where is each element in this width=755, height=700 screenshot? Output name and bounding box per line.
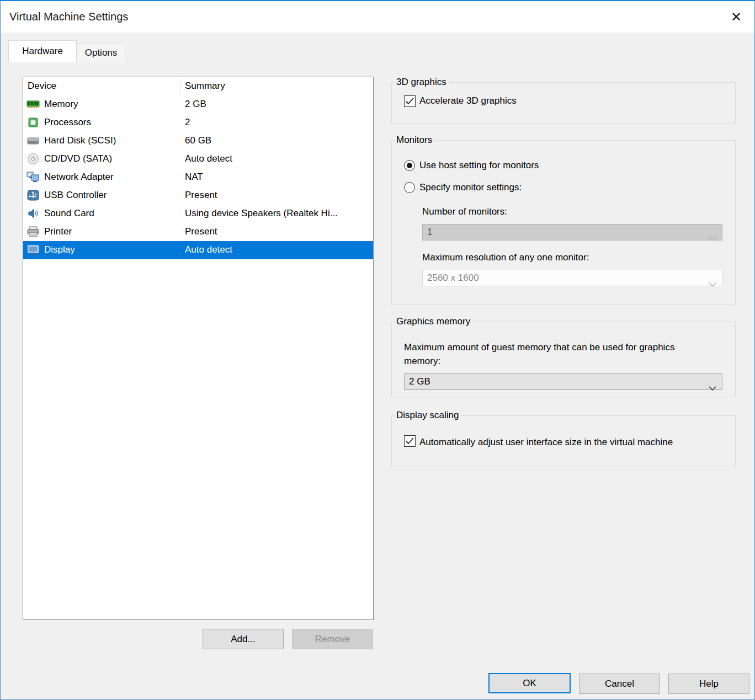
use-host-setting-radio[interactable]: Use host setting for monitors	[404, 160, 539, 171]
device-summary: Present	[185, 226, 217, 237]
accelerate-3d-checkbox[interactable]: Accelerate 3D graphics	[404, 95, 517, 107]
device-summary: 2 GB	[185, 99, 206, 110]
number-of-monitors-dropdown: 1	[422, 224, 722, 241]
printer-icon	[26, 225, 40, 238]
column-divider	[180, 79, 181, 93]
group-3d-graphics-title: 3D graphics	[394, 77, 449, 88]
specify-monitor-radio[interactable]: Specify monitor settings:	[404, 182, 522, 193]
device-name: Hard Disk (SCSI)	[44, 135, 116, 146]
list-item-hard-disk[interactable]: Hard Disk (SCSI) 60 GB	[23, 132, 373, 150]
use-host-setting-label: Use host setting for monitors	[419, 160, 539, 171]
device-name: CD/DVD (SATA)	[44, 153, 112, 164]
auto-adjust-ui-checkbox[interactable]: Automatically adjust user interface size…	[404, 435, 713, 449]
device-summary: 60 GB	[185, 135, 211, 146]
accelerate-3d-label: Accelerate 3D graphics	[419, 95, 517, 106]
virtual-machine-settings-dialog: Virtual Machine Settings ✕ Hardware Opti…	[0, 0, 755, 700]
list-item-cd-dvd[interactable]: CD/DVD (SATA) Auto detect	[23, 150, 373, 168]
tab-hardware[interactable]: Hardware	[8, 40, 77, 62]
ok-button[interactable]: OK	[488, 673, 571, 693]
list-item-printer[interactable]: Printer Present	[23, 223, 373, 241]
device-summary: Auto detect	[185, 153, 232, 164]
group-graphics-memory: Graphics memory Maximum amount of guest …	[391, 316, 736, 397]
device-summary: Using device Speakers (Realtek Hi...	[185, 208, 338, 219]
device-summary: Present	[185, 190, 217, 201]
list-item-processors[interactable]: Processors 2	[23, 114, 373, 132]
list-item-memory[interactable]: Memory 2 GB	[23, 95, 373, 114]
group-monitors-title: Monitors	[394, 135, 434, 146]
group-display-scaling-title: Display scaling	[394, 410, 461, 421]
list-item-sound-card[interactable]: Sound Card Using device Speakers (Realte…	[23, 205, 373, 223]
group-display-scaling: Display scaling Automatically adjust use…	[391, 410, 736, 467]
dialog-title: Virtual Machine Settings	[9, 10, 128, 23]
device-summary: 2	[185, 117, 190, 128]
number-of-monitors-label: Number of monitors:	[422, 206, 507, 217]
cancel-button[interactable]: Cancel	[579, 674, 660, 694]
list-item-usb-controller[interactable]: USB Controller Present	[23, 186, 373, 205]
chevron-down-icon	[709, 380, 716, 396]
list-item-display[interactable]: Display Auto detect	[23, 241, 373, 259]
device-name: USB Controller	[44, 190, 107, 201]
column-header-summary[interactable]: Summary	[185, 81, 225, 92]
device-name: Display	[44, 244, 75, 255]
graphics-memory-dropdown[interactable]: 2 GB	[404, 373, 722, 390]
sound-card-icon	[26, 207, 40, 220]
tab-options[interactable]: Options	[77, 44, 125, 62]
list-item-network-adapter[interactable]: Network Adapter NAT	[23, 168, 373, 186]
graphics-memory-value: 2 GB	[409, 376, 430, 387]
device-summary: NAT	[185, 172, 203, 183]
specify-monitor-label: Specify monitor settings:	[419, 182, 522, 193]
device-name: Processors	[44, 117, 91, 128]
memory-icon	[26, 98, 40, 111]
remove-button[interactable]: Remove	[292, 629, 373, 649]
number-of-monitors-value: 1	[427, 227, 432, 237]
display-icon	[26, 243, 40, 257]
chevron-down-icon	[709, 276, 716, 292]
title-bar: Virtual Machine Settings ✕	[1, 1, 754, 33]
chevron-down-icon	[709, 231, 716, 246]
graphics-memory-description: Maximum amount of guest memory that can …	[404, 340, 705, 368]
group-monitors: Monitors Use host setting for monitors S…	[391, 135, 736, 305]
max-resolution-value: 2560 x 1600	[427, 272, 479, 283]
checkbox-checked-icon[interactable]	[404, 95, 416, 107]
device-name: Printer	[44, 226, 72, 237]
radio-unselected-icon[interactable]	[404, 182, 415, 193]
column-header-device[interactable]: Device	[28, 81, 56, 92]
device-summary: Auto detect	[185, 244, 232, 255]
device-name: Sound Card	[44, 208, 94, 219]
group-graphics-memory-title: Graphics memory	[394, 316, 472, 327]
device-list: Device Summary Memory 2 GB Processors 2 …	[23, 77, 374, 620]
device-name: Memory	[44, 99, 78, 110]
close-icon[interactable]: ✕	[728, 9, 745, 25]
hard-disk-icon	[26, 134, 40, 147]
device-list-header: Device Summary	[23, 77, 373, 95]
add-button[interactable]: Add...	[203, 629, 284, 649]
usb-icon	[26, 189, 40, 202]
auto-adjust-ui-label: Automatically adjust user interface size…	[419, 435, 673, 449]
radio-selected-icon[interactable]	[404, 160, 415, 171]
max-resolution-label: Maximum resolution of any one monitor:	[422, 252, 589, 263]
checkbox-checked-icon[interactable]	[404, 435, 416, 447]
network-adapter-icon	[26, 170, 40, 184]
processor-icon	[26, 116, 40, 129]
max-resolution-dropdown: 2560 x 1600	[422, 270, 722, 286]
device-name: Network Adapter	[44, 172, 114, 183]
help-button[interactable]: Help	[668, 674, 749, 694]
group-3d-graphics: 3D graphics Accelerate 3D graphics	[391, 77, 736, 124]
cd-dvd-icon	[26, 152, 40, 165]
